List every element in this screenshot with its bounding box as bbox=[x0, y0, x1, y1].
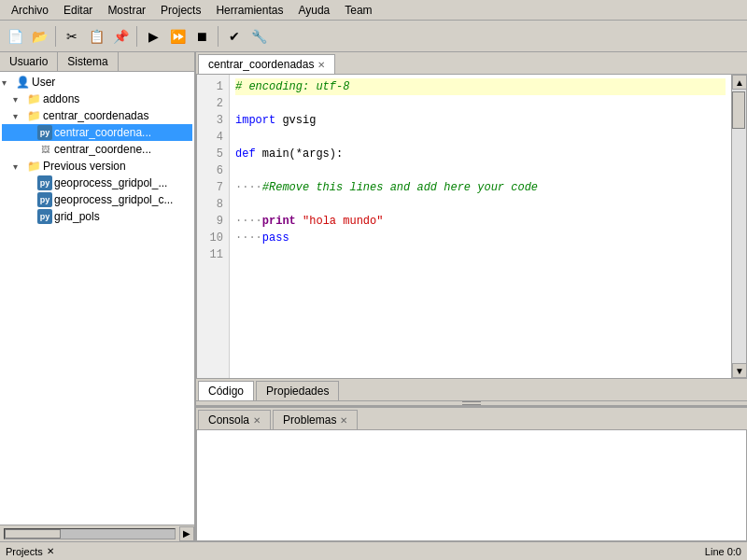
stop-button[interactable]: ⏹ bbox=[190, 25, 213, 48]
tab-usuario[interactable]: Usuario bbox=[0, 52, 58, 71]
tree-node-geo1[interactable]: py geoprocess_gridpol_... bbox=[2, 175, 192, 191]
toolbar-separator-2 bbox=[136, 26, 137, 47]
line-num-5: 5 bbox=[197, 146, 223, 162]
menu-mostrar[interactable]: Mostrar bbox=[100, 2, 153, 19]
menu-herramientas[interactable]: Herramientas bbox=[208, 2, 290, 19]
tree-node-grid[interactable]: py grid_pols bbox=[2, 208, 192, 225]
python-icon: py bbox=[37, 192, 52, 207]
tree-toggle-centrar[interactable]: ▾ bbox=[13, 111, 26, 121]
left-scrollbar-thumb[interactable] bbox=[5, 529, 61, 539]
code-line-1: # encoding: utf-8 bbox=[235, 78, 726, 95]
left-scrollbar: ▶ bbox=[0, 525, 194, 541]
problemas-close[interactable]: ✕ bbox=[340, 415, 347, 426]
resize-icon bbox=[462, 401, 481, 405]
tree-label-centrar-ui: centrar_coordene... bbox=[54, 143, 151, 156]
code-gvsig: gvsig bbox=[275, 112, 316, 129]
editor-tabs: centrar_coordenadas ✕ bbox=[196, 52, 747, 74]
code-def: def bbox=[235, 146, 256, 162]
tab-consola[interactable]: Consola ✕ bbox=[198, 410, 271, 429]
scroll-track[interactable] bbox=[732, 90, 746, 363]
toolbar-separator-1 bbox=[55, 26, 56, 47]
editor-panel: centrar_coordenadas ✕ 1 2 3 4 5 6 7 8 9 … bbox=[196, 52, 747, 541]
tree-toggle-addons[interactable]: ▾ bbox=[13, 94, 26, 105]
tree-label-centrar-py: centrar_coordena... bbox=[54, 126, 151, 139]
editor-bottom-tabs: Código Propiedades bbox=[196, 379, 747, 400]
left-panel: Usuario Sistema ▾ 👤 User ▾ 📁 addons bbox=[0, 52, 196, 541]
tree-toggle-user[interactable]: ▾ bbox=[2, 77, 15, 88]
check-button[interactable]: ✔ bbox=[223, 25, 246, 48]
tab-propiedades[interactable]: Propiedades bbox=[256, 381, 339, 400]
user-icon: 👤 bbox=[15, 75, 30, 90]
tree-node-geo2[interactable]: py geoprocess_gridpol_c... bbox=[2, 191, 192, 208]
tab-codigo[interactable]: Código bbox=[198, 381, 254, 400]
paste-button[interactable]: 📌 bbox=[109, 25, 132, 48]
menu-team[interactable]: Team bbox=[337, 2, 379, 19]
line-num-9: 9 bbox=[197, 213, 223, 230]
package-button[interactable]: 🔧 bbox=[247, 25, 270, 48]
svg-rect-0 bbox=[462, 401, 481, 402]
code-line-4 bbox=[235, 129, 726, 146]
projects-tab[interactable]: Projects ✕ bbox=[6, 546, 54, 557]
menu-editar[interactable]: Editar bbox=[56, 2, 100, 19]
editor-tab-close[interactable]: ✕ bbox=[317, 60, 325, 70]
python-icon: py bbox=[37, 125, 52, 140]
line-num-4: 4 bbox=[197, 129, 223, 146]
editor-container: 1 2 3 4 5 6 7 8 9 10 11 # encoding: utf-… bbox=[196, 74, 747, 379]
copy-button[interactable]: 📋 bbox=[85, 25, 107, 48]
tab-problemas[interactable]: Problemas ✕ bbox=[273, 410, 358, 429]
python-icon: py bbox=[37, 175, 52, 190]
line-num-8: 8 bbox=[197, 196, 223, 213]
scroll-down-button[interactable]: ▼ bbox=[732, 363, 747, 378]
left-scroll-right-button[interactable]: ▶ bbox=[179, 526, 194, 541]
file-tree: ▾ 👤 User ▾ 📁 addons ▾ 📁 centrar_coordena… bbox=[0, 72, 194, 525]
new-button[interactable]: 📄 bbox=[4, 25, 26, 48]
tree-node-user[interactable]: ▾ 👤 User bbox=[2, 74, 192, 91]
statusbar: Projects ✕ Line 0:0 bbox=[0, 541, 747, 560]
tree-label-addons: addons bbox=[43, 92, 79, 105]
menu-projects[interactable]: Projects bbox=[153, 2, 208, 19]
consola-close[interactable]: ✕ bbox=[253, 415, 261, 426]
tree-node-previous[interactable]: ▾ 📁 Previous version bbox=[2, 158, 192, 175]
line-num-7: 7 bbox=[197, 179, 223, 196]
tree-toggle-previous[interactable]: ▾ bbox=[13, 161, 26, 172]
line-num-10: 10 bbox=[197, 230, 223, 246]
content-area: Usuario Sistema ▾ 👤 User ▾ 📁 addons bbox=[0, 52, 747, 541]
projects-label: Projects bbox=[6, 546, 43, 557]
code-line-3: import gvsig bbox=[235, 112, 726, 129]
debug-button[interactable]: ⏩ bbox=[166, 25, 189, 48]
line-numbers: 1 2 3 4 5 6 7 8 9 10 11 bbox=[197, 75, 230, 378]
tree-node-centrar-ui[interactable]: 🖼 centrar_coordene... bbox=[2, 141, 192, 158]
toolbar: 📄 📂 ✂ 📋 📌 ▶ ⏩ ⏹ ✔ 🔧 bbox=[0, 21, 747, 52]
code-dots: ···· bbox=[235, 230, 262, 246]
projects-close[interactable]: ✕ bbox=[47, 546, 54, 556]
line-num-6: 6 bbox=[197, 162, 223, 179]
scroll-thumb[interactable] bbox=[732, 91, 745, 129]
menu-archivo[interactable]: Archivo bbox=[4, 2, 56, 19]
menu-ayuda[interactable]: Ayuda bbox=[290, 2, 337, 19]
line-num-2: 2 bbox=[197, 95, 223, 112]
tree-node-centrar-folder[interactable]: ▾ 📁 centrar_coordenadas bbox=[2, 107, 192, 124]
run-button[interactable]: ▶ bbox=[142, 25, 164, 48]
code-space bbox=[296, 213, 303, 230]
svg-rect-1 bbox=[462, 404, 481, 405]
tab-sistema[interactable]: Sistema bbox=[58, 52, 118, 71]
left-scrollbar-track[interactable] bbox=[4, 528, 176, 539]
editor-tab-centrar[interactable]: centrar_coordenadas ✕ bbox=[198, 54, 335, 74]
console-tabs: Consola ✕ Problemas ✕ bbox=[196, 406, 747, 429]
tree-node-centrar-py[interactable]: py centrar_coordena... bbox=[2, 124, 192, 141]
open-button[interactable]: 📂 bbox=[28, 25, 50, 48]
code-line-9: ···· print "hola mundo" bbox=[235, 213, 726, 230]
editor-scrollbar: ▲ ▼ bbox=[731, 75, 746, 378]
cut-button[interactable]: ✂ bbox=[61, 25, 83, 48]
line-num-11: 11 bbox=[197, 246, 223, 263]
scroll-up-button[interactable]: ▲ bbox=[732, 75, 747, 90]
line-num-3: 3 bbox=[197, 112, 223, 129]
code-main: main(*args): bbox=[256, 146, 344, 162]
code-import: import bbox=[235, 112, 275, 129]
ui-icon: 🖼 bbox=[37, 142, 52, 157]
menubar: Archivo Editar Mostrar Projects Herramie… bbox=[0, 0, 747, 21]
tree-label-user: User bbox=[32, 76, 55, 89]
code-editor[interactable]: # encoding: utf-8 import gvsig def mai bbox=[230, 75, 731, 378]
tree-node-addons[interactable]: ▾ 📁 addons bbox=[2, 91, 192, 107]
code-print: print bbox=[262, 213, 296, 230]
